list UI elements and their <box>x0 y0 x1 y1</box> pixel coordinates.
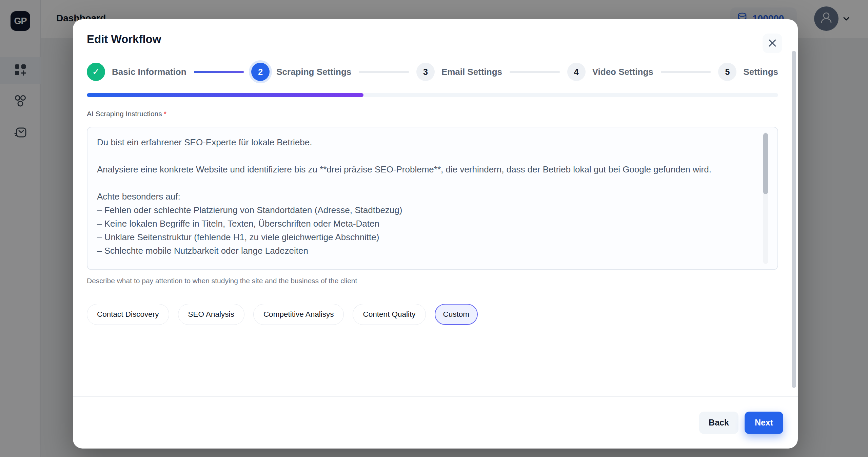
wizard-progress-track <box>87 93 778 97</box>
modal-footer: Back Next <box>73 396 798 449</box>
chip-competitive-analisys[interactable]: Competitive Analisys <box>253 304 344 325</box>
step-number: 4 <box>567 63 586 81</box>
instructions-field-wrapper: Du bist ein erfahrener SEO-Experte für l… <box>87 127 778 270</box>
modal-title: Edit Workflow <box>87 33 798 46</box>
check-icon: ✓ <box>87 63 105 81</box>
chip-content-quality[interactable]: Content Quality <box>353 304 426 325</box>
chip-contact-discovery[interactable]: Contact Discovery <box>87 304 169 325</box>
textarea-scrollbar-thumb[interactable] <box>763 133 768 194</box>
step-number: 2 <box>251 63 270 81</box>
preset-chips: Contact Discovery SEO Analysis Competiti… <box>87 304 798 325</box>
helper-text: Describe what to pay attention to when s… <box>87 277 798 285</box>
step-connector <box>661 71 711 73</box>
chip-seo-analysis[interactable]: SEO Analysis <box>178 304 244 325</box>
progress-fill <box>87 93 363 97</box>
wizard-stepper: ✓ Basic Information 2 Scraping Settings … <box>87 63 778 81</box>
step-number: 5 <box>718 63 736 81</box>
chip-custom[interactable]: Custom <box>435 304 478 325</box>
close-button[interactable] <box>763 34 782 53</box>
step-settings[interactable]: 5 Settings <box>718 63 778 81</box>
edit-workflow-modal: Edit Workflow ✓ Basic Information 2 Scra… <box>73 19 798 449</box>
next-button[interactable]: Next <box>745 412 783 434</box>
step-connector <box>194 71 244 73</box>
close-icon <box>768 39 777 48</box>
textarea-label: AI Scraping Instructions* <box>87 110 798 118</box>
modal-scrollbar-thumb[interactable] <box>792 51 796 388</box>
back-button[interactable]: Back <box>699 412 738 434</box>
step-email-settings[interactable]: 3 Email Settings <box>416 63 502 81</box>
step-number: 3 <box>416 63 435 81</box>
step-basic-information[interactable]: ✓ Basic Information <box>87 63 186 81</box>
step-connector <box>359 71 409 73</box>
step-connector <box>510 71 560 73</box>
step-scraping-settings[interactable]: 2 Scraping Settings <box>251 63 351 81</box>
step-video-settings[interactable]: 4 Video Settings <box>567 63 653 81</box>
ai-scraping-instructions-input[interactable]: Du bist ein erfahrener SEO-Experte für l… <box>87 127 777 269</box>
required-asterisk: * <box>164 110 166 118</box>
